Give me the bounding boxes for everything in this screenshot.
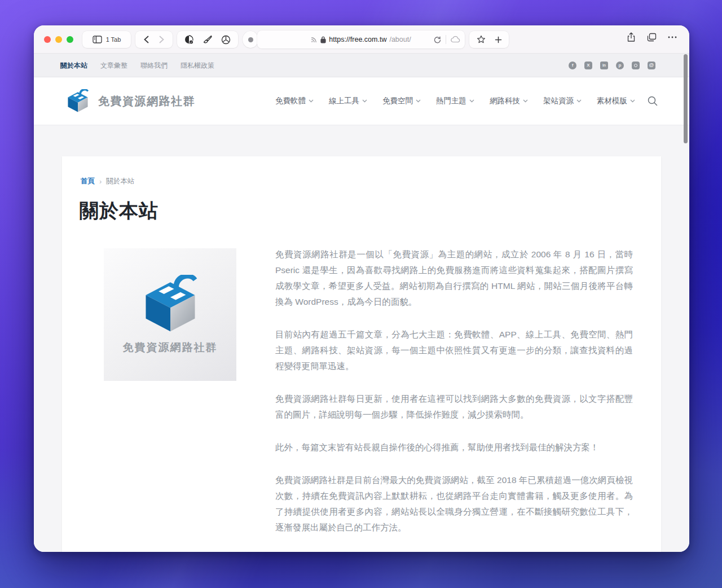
threads-icon[interactable]: @ [648, 62, 655, 69]
nav-item-free-software[interactable]: 免費軟體 [275, 96, 314, 106]
nav-item-web-tech[interactable]: 網路科技 [490, 96, 528, 106]
nav-item-templates[interactable]: 素材模版 [597, 96, 635, 106]
back-button[interactable] [144, 36, 149, 43]
site-topbar: 關於本站 文章彙整 聯絡我們 隱私權政策 f X in p @ [34, 54, 689, 77]
site-logo-box-icon [137, 275, 204, 334]
article-card: 首頁 › 關於本站 關於本站 免費資源網路社群 免費資源網路社群是一個以「免費資… [62, 156, 661, 552]
site-logo-image: 免費資源網路社群 [104, 248, 236, 381]
chevron-down-icon [576, 99, 582, 103]
zoom-window-button[interactable] [67, 36, 73, 43]
desktop-wallpaper: 1 Tab [0, 0, 722, 588]
pinterest-icon[interactable]: p [616, 62, 624, 69]
new-tab-plus-icon[interactable] [495, 36, 502, 43]
chevron-down-icon [362, 99, 367, 103]
main-nav: 免費軟體 線上工具 免費空間 熱門主題 網路科技 架站資源 素材模版 [275, 96, 635, 106]
nav-item-free-hosting[interactable]: 免費空間 [382, 96, 421, 106]
site-logo[interactable]: 免費資源網路社群 [65, 89, 195, 113]
breadcrumb-current: 關於本站 [106, 177, 134, 186]
site-logo-icon [65, 89, 91, 113]
tab-count-label: 1 Tab [106, 36, 121, 43]
site-name: 免費資源網路社群 [98, 94, 195, 109]
site-header: 免費資源網路社群 免費軟體 線上工具 免費空間 熱門主題 網路科技 架站資源 素… [34, 77, 689, 125]
reader-rss-icon[interactable] [311, 36, 318, 43]
topbar-link-archive[interactable]: 文章彙整 [100, 62, 127, 69]
chevron-down-icon [469, 99, 474, 103]
close-window-button[interactable] [44, 36, 51, 43]
breadcrumb-separator: › [99, 178, 102, 186]
search-button[interactable] [648, 96, 658, 106]
topbar-links: 關於本站 文章彙整 聯絡我們 隱私權政策 [60, 60, 214, 71]
tab-group-control[interactable]: 1 Tab [82, 31, 131, 48]
social-links: f X in p @ [569, 62, 655, 69]
extensions-group [177, 31, 238, 48]
more-options-icon[interactable] [668, 36, 677, 38]
tab-overview-icon[interactable] [647, 33, 657, 42]
shield-check-extension-icon[interactable] [184, 35, 194, 45]
topbar-link-about[interactable]: 關於本站 [60, 62, 87, 69]
instagram-icon[interactable] [632, 62, 640, 69]
minimize-window-button[interactable] [55, 36, 62, 43]
gauge-extension-icon[interactable] [221, 35, 231, 45]
logo-image-caption: 免費資源網路社群 [123, 340, 218, 355]
topbar-link-contact[interactable]: 聯絡我們 [140, 62, 168, 69]
paragraph: 免費資源網路社群是目前台灣最大的免費資源網站，截至 2018 年已累積超過一億次… [275, 472, 633, 536]
url-host: https://free.com.tw [329, 36, 386, 43]
sidebar-icon [93, 36, 102, 43]
star-icon[interactable] [477, 35, 486, 44]
extension-dot-button[interactable] [243, 31, 258, 48]
chevron-down-icon [309, 99, 314, 103]
paragraph: 此外，每篇文末皆有站長親自操作後的心得推薦，幫助使用者找到最佳的解決方案！ [275, 440, 633, 455]
lock-icon [320, 36, 326, 43]
scrollbar-thumb[interactable] [684, 54, 688, 143]
paragraph: 目前站內有超過五千篇文章，分為七大主題：免費軟體、APP、線上工具、免費空間、熱… [275, 327, 633, 374]
topbar-link-privacy[interactable]: 隱私權政策 [180, 62, 214, 69]
article-body: 免費資源網路社群是一個以「免費資源」為主題的網站，成立於 2006 年 8 月 … [275, 247, 633, 552]
search-icon [648, 96, 658, 106]
browser-toolbar: 1 Tab [34, 25, 689, 54]
page-title: 關於本站 [80, 198, 159, 224]
facebook-icon[interactable]: f [569, 62, 576, 69]
nav-item-online-tools[interactable]: 線上工具 [329, 96, 367, 106]
paintbrush-extension-icon[interactable] [203, 35, 212, 44]
browser-window: 1 Tab [34, 25, 689, 552]
bookmark-newtab-group [469, 31, 509, 48]
dot-icon [248, 37, 253, 42]
share-icon[interactable] [627, 32, 636, 42]
url-path: /about/ [389, 36, 411, 43]
chevron-down-icon [630, 99, 635, 103]
reload-icon[interactable] [434, 36, 441, 43]
nav-item-site-building[interactable]: 架站資源 [543, 96, 582, 106]
history-nav [135, 31, 173, 48]
breadcrumb: 首頁 › 關於本站 [81, 177, 134, 186]
icloud-tab-icon[interactable] [451, 36, 460, 43]
chevron-down-icon [523, 99, 528, 103]
paragraph: 免費資源網路社群是一個以「免費資源」為主題的網站，成立於 2006 年 8 月 … [275, 247, 633, 310]
nav-item-hot-topics[interactable]: 熱門主題 [436, 96, 474, 106]
address-bar[interactable]: https://free.com.tw/about/ [257, 30, 465, 49]
chevron-down-icon [416, 99, 421, 103]
paragraph: 免費資源網路社群每日更新，使用者在這裡可以找到網路大多數的免費資源，以文字搭配豐… [275, 391, 633, 423]
linkedin-icon[interactable]: in [600, 62, 608, 69]
forward-button[interactable] [159, 36, 164, 43]
traffic-lights [44, 36, 73, 43]
x-twitter-icon[interactable]: X [584, 62, 592, 69]
page-background: 首頁 › 關於本站 關於本站 免費資源網路社群 免費資源網路社群是一個以「免費資… [34, 125, 689, 552]
breadcrumb-home-link[interactable]: 首頁 [81, 177, 95, 186]
